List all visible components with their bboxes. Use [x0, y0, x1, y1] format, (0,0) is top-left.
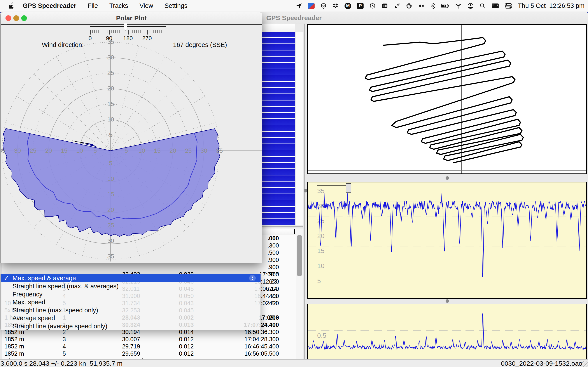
- polar-ring-label: 20: [107, 206, 114, 213]
- track-map-panel[interactable]: [307, 24, 587, 174]
- volume-icon[interactable]: [418, 3, 424, 9]
- m-badge-icon[interactable]: M: [345, 3, 351, 9]
- polar-ring-label: 20: [45, 147, 52, 154]
- bluetooth-icon[interactable]: [431, 3, 435, 9]
- polar-ring-label: 35: [216, 147, 223, 154]
- text-cursor-icon: [293, 25, 293, 31]
- polar-ring-label: 15: [61, 147, 67, 154]
- dropbox-icon[interactable]: [332, 3, 339, 9]
- apple-menu-icon[interactable]: [9, 2, 14, 10]
- zoom-slider-track[interactable]: [317, 185, 348, 186]
- polar-ring-label: 30: [200, 147, 207, 154]
- p-badge-icon[interactable]: P: [357, 3, 363, 9]
- results-scrollbar-thumb[interactable]: [297, 235, 302, 276]
- polar-ring-label: 10: [107, 175, 114, 182]
- polar-ring-label: 5: [109, 132, 112, 138]
- menu-item[interactable]: Straight line (max. speed only): [1, 306, 260, 314]
- resize-grip-icon[interactable]: [582, 361, 588, 367]
- colored-app-icon[interactable]: [308, 3, 315, 9]
- accuracy-chart-panel[interactable]: 0.5: [307, 304, 587, 359]
- battery-icon[interactable]: [441, 3, 449, 9]
- minimize-button[interactable]: [13, 15, 19, 21]
- polar-ring-label: 20: [169, 147, 176, 154]
- run-list-scrollbar[interactable]: [296, 32, 303, 225]
- wind-scale-label: 180: [123, 35, 133, 42]
- polar-max-speed-area: [3, 128, 220, 237]
- speed-ytick-label: 10: [317, 262, 324, 269]
- polar-ring-label: 20: [107, 85, 114, 92]
- table-time-fragment: .900: [232, 264, 279, 271]
- polar-radial-gridline: [111, 56, 165, 151]
- polar-radial-gridline: [82, 45, 111, 151]
- polar-ring-label: 5: [93, 147, 97, 154]
- polar-ring-label: 30: [14, 147, 21, 154]
- wind-scale-label: 90: [106, 35, 112, 42]
- zoom-slider-handle[interactable]: [346, 183, 351, 193]
- wind-scale-label: 0: [89, 35, 92, 42]
- menu-item[interactable]: Average speed: [1, 314, 260, 322]
- user-icon[interactable]: [467, 3, 474, 9]
- barcode-icon[interactable]: [381, 3, 388, 9]
- polar-ring-label: 10: [76, 147, 83, 154]
- menu-view[interactable]: View: [139, 2, 153, 9]
- menu-item[interactable]: Frequency: [1, 290, 260, 298]
- polar-radial-gridline: [111, 45, 139, 151]
- menu-tracks[interactable]: Tracks: [109, 2, 128, 9]
- control-center-icon[interactable]: [505, 3, 512, 9]
- shield-icon[interactable]: [320, 3, 327, 9]
- splitter-handle-icon[interactable]: [446, 176, 449, 180]
- open-filename: 0030_2022-03-09-1532.oao: [501, 360, 582, 367]
- polar-ring-label: 35: [107, 253, 114, 260]
- speed-vs-time-plot[interactable]: 3530252015105: [308, 183, 586, 298]
- zoom-button[interactable]: [21, 15, 27, 21]
- wind-direction-label: Wind direction:: [42, 41, 84, 49]
- polar-ring-label: 5: [124, 147, 128, 154]
- tracker-icon[interactable]: [406, 3, 412, 9]
- active-app-name[interactable]: GPS Speedreader: [23, 2, 76, 9]
- accuracy-plot[interactable]: 0.5: [308, 304, 586, 359]
- popup-arrows-icon[interactable]: ▴▾: [249, 275, 256, 281]
- table-row[interactable]: Di151.042 k17:09:05.400: [2, 358, 295, 359]
- accuracy-ytick-label: 0.5: [317, 332, 326, 339]
- wind-slider-track[interactable]: [90, 26, 166, 27]
- search-icon[interactable]: [479, 3, 486, 9]
- status-bar: 3,600.0 s 28.043 +/- 0.223 kn 51,935.7 m…: [0, 359, 588, 367]
- menu-bar-clock[interactable]: Thu 5 Oct 12:26:53 pm: [518, 2, 585, 9]
- speed-trace: [308, 193, 586, 277]
- menu-settings[interactable]: Settings: [164, 2, 188, 9]
- polar-plot-window: Polar Plot 55551010101015151515202020202…: [0, 12, 262, 263]
- polar-ring-label: 15: [107, 100, 114, 107]
- polar-plot[interactable]: 5555101010101515151520202020252525253030…: [1, 24, 262, 263]
- menu-file[interactable]: File: [88, 2, 98, 9]
- polar-window-titlebar[interactable]: Polar Plot: [1, 12, 262, 25]
- speed-ytick-label: 35: [317, 187, 324, 194]
- speed-chart-panel[interactable]: 3530252015105: [307, 182, 587, 299]
- polar-ring-label: 25: [185, 147, 192, 154]
- close-button[interactable]: [6, 15, 11, 21]
- table-row[interactable]: 1852 m330.0070.01217:04:28.300: [2, 336, 295, 343]
- table-row[interactable]: 1852 m529.6590.01216:56:05.500: [2, 350, 295, 358]
- splitter-handle-icon[interactable]: [304, 189, 307, 192]
- keyboard-icon[interactable]: [492, 3, 499, 9]
- status-icons: M P Thu 5 Oct 12:26:53 pm: [296, 0, 585, 12]
- polar-ring-label: 30: [107, 237, 114, 244]
- polar-ring-label: 10: [138, 147, 145, 154]
- wifi-icon[interactable]: [455, 3, 462, 9]
- menu-item[interactable]: Straight line speed (max. & averages): [1, 282, 260, 290]
- location-icon[interactable]: [296, 3, 302, 9]
- polar-ring-label: 35: [1, 147, 6, 154]
- polar-ring-label: 25: [107, 69, 114, 76]
- gps-track-plot[interactable]: [308, 25, 586, 174]
- wind-direction-value: 167 degrees (SSE): [173, 41, 227, 49]
- menu-item[interactable]: Straight line (average speed only): [1, 322, 260, 330]
- time-machine-icon[interactable]: [370, 3, 376, 9]
- handset-icon[interactable]: [394, 3, 400, 9]
- menu-item[interactable]: Max. speed: [1, 298, 260, 306]
- table-row[interactable]: 1852 m429.7190.01216:46:45.400: [2, 343, 295, 350]
- menu-item[interactable]: ✓Max. speed & average▴▾: [1, 274, 260, 282]
- splitter-handle-icon[interactable]: [446, 299, 449, 303]
- polar-radial-gridline: [56, 56, 111, 151]
- status-summary: 3,600.0 s 28.043 +/- 0.223 kn 51,935.7 m: [0, 360, 122, 367]
- polar-ring-label: 10: [107, 116, 114, 123]
- gps-track-line: [365, 38, 523, 163]
